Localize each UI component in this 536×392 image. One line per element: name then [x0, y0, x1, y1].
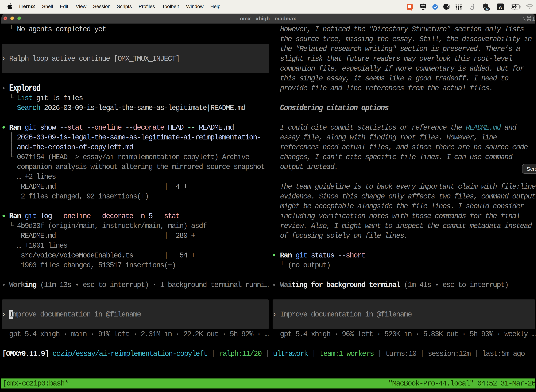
svg-text:..61: ..61: [485, 7, 490, 11]
